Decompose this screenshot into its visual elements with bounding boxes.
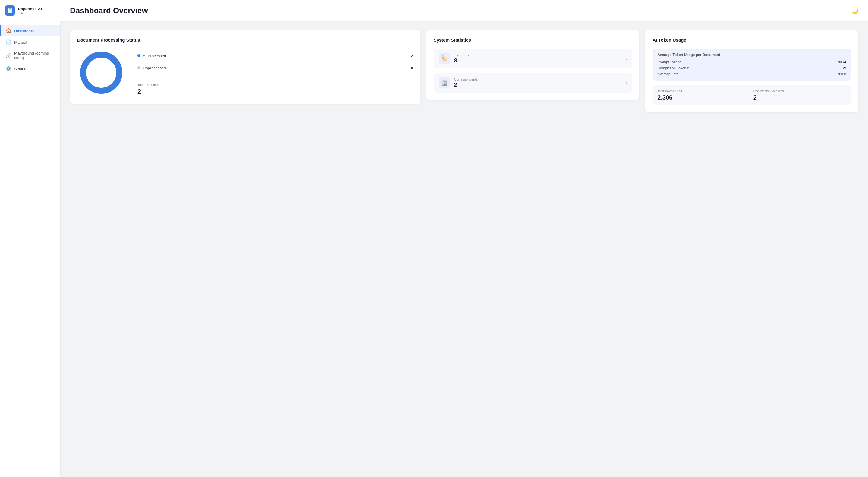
page-title: Dashboard Overview: [70, 6, 148, 16]
app-logo-icon: 📋: [5, 5, 15, 16]
tokens-card-title: AI Token Usage: [652, 37, 851, 42]
token-totals-grid: Total Tokens Used 2.306 Documents Proces…: [657, 90, 846, 101]
token-totals-box: Total Tokens Used 2.306 Documents Proces…: [652, 85, 851, 105]
correspondents-icon: 🏢: [441, 79, 447, 86]
legend-left-unprocessed: Unprocessed: [137, 66, 166, 70]
total-tokens-used: Total Tokens Used 2.306: [657, 90, 750, 101]
legend-item-processed: AI Processed 2: [137, 50, 413, 62]
sidebar-item-playground[interactable]: 📈 Playground (coming soon): [0, 48, 60, 63]
completion-tokens-label: Completion Tokens:: [657, 66, 689, 70]
sidebar: 📋 Paperless-AI 1.4.0 🏠 Dashboard 📄 Manua…: [0, 0, 60, 477]
stats-card-title: System Statistics: [434, 37, 632, 42]
token-row-prompt: Prompt Tokens: 1074: [657, 60, 846, 64]
tags-chevron-icon: ›: [626, 56, 627, 61]
playground-icon: 📈: [6, 53, 11, 58]
processed-value: 2: [411, 54, 413, 58]
tags-label: Total Tags: [454, 53, 469, 57]
unprocessed-value: 0: [411, 66, 413, 70]
docs-processed-value: 2: [753, 94, 846, 101]
processed-dot: [137, 54, 141, 57]
docs-processed-label: Documents Processed: [753, 90, 846, 93]
manual-icon: 📄: [6, 39, 11, 45]
avg-total-label: Average Total:: [657, 72, 680, 76]
tags-value: 8: [454, 58, 469, 64]
total-docs-section: Total Documents 2: [137, 79, 413, 96]
stat-corr-left: 🏢 Correspondents 2: [438, 77, 478, 88]
corr-chevron-icon: ›: [626, 80, 627, 85]
token-usage-card: AI Token Usage Average Token Usage per D…: [645, 30, 858, 113]
dark-mode-toggle[interactable]: 🌙: [852, 7, 858, 14]
completion-tokens-value: 79: [842, 66, 846, 70]
token-row-completion: Completion Tokens: 79: [657, 66, 846, 70]
prompt-tokens-label: Prompt Tokens:: [657, 60, 682, 64]
total-tokens-label: Total Tokens Used: [657, 90, 750, 93]
unprocessed-dot: [137, 66, 141, 69]
sidebar-item-dashboard[interactable]: 🏠 Dashboard: [0, 25, 60, 36]
topbar: Dashboard Overview 🌙: [60, 0, 868, 22]
tags-icon: 🏷️: [441, 55, 447, 62]
sidebar-label-dashboard: Dashboard: [14, 29, 35, 33]
corr-value: 2: [454, 82, 478, 88]
stat-item-correspondents[interactable]: 🏢 Correspondents 2 ›: [434, 73, 632, 93]
token-avg-box: Average Token Usage per Document Prompt …: [652, 49, 851, 81]
processing-card-title: Document Processing Status: [77, 37, 413, 42]
token-row-avg-total: Average Total: 1153: [657, 72, 846, 76]
tags-icon-wrap: 🏷️: [438, 53, 450, 64]
sidebar-label-manual: Manual: [14, 40, 27, 44]
stat-item-tags[interactable]: 🏷️ Total Tags 8 ›: [434, 49, 632, 68]
total-tokens-value: 2.306: [657, 94, 750, 101]
processed-label: AI Processed: [143, 54, 166, 58]
corr-label: Correspondents: [454, 78, 478, 81]
legend-area: AI Processed 2 Unprocessed 0 Total Docum…: [137, 50, 413, 96]
token-avg-title: Average Token Usage per Document: [657, 53, 846, 57]
stat-tags-info: Total Tags 8: [454, 53, 469, 64]
app-version: 1.4.0: [18, 11, 42, 15]
total-docs-value: 2: [137, 88, 413, 96]
sidebar-item-settings[interactable]: ⚙️ Settings: [0, 63, 60, 74]
sidebar-label-settings: Settings: [14, 67, 28, 71]
app-logo-text: Paperless-AI 1.4.0: [18, 7, 42, 15]
app-logo: 📋 Paperless-AI 1.4.0: [0, 0, 60, 22]
stat-tags-left: 🏷️ Total Tags 8: [438, 53, 469, 64]
processing-status-card: Document Processing Status AI Pro: [70, 30, 421, 104]
home-icon: 🏠: [6, 28, 11, 33]
unprocessed-label: Unprocessed: [143, 66, 166, 70]
legend-left-processed: AI Processed: [137, 54, 166, 58]
app-name: Paperless-AI: [18, 7, 42, 11]
legend-item-unprocessed: Unprocessed 0: [137, 62, 413, 74]
dashboard-content: Document Processing Status AI Pro: [60, 22, 868, 121]
total-docs-label: Total Documents: [137, 83, 413, 87]
avg-total-value: 1153: [838, 72, 846, 76]
stat-corr-info: Correspondents 2: [454, 78, 478, 88]
settings-icon: ⚙️: [6, 66, 11, 71]
donut-chart: [77, 49, 125, 97]
corr-icon-wrap: 🏢: [438, 77, 450, 88]
prompt-tokens-value: 1074: [838, 60, 846, 64]
sidebar-label-playground: Playground (coming soon): [14, 51, 56, 60]
main-content: Dashboard Overview 🌙 Document Processing…: [60, 0, 868, 477]
sidebar-nav: 🏠 Dashboard 📄 Manual 📈 Playground (comin…: [0, 22, 60, 477]
processing-body: AI Processed 2 Unprocessed 0 Total Docum…: [77, 49, 413, 97]
docs-processed-total: Documents Processed 2: [753, 90, 846, 101]
system-stats-card: System Statistics 🏷️ Total Tags 8 › 🏢: [427, 30, 640, 100]
sidebar-item-manual[interactable]: 📄 Manual: [0, 36, 60, 48]
svg-point-1: [83, 55, 119, 91]
